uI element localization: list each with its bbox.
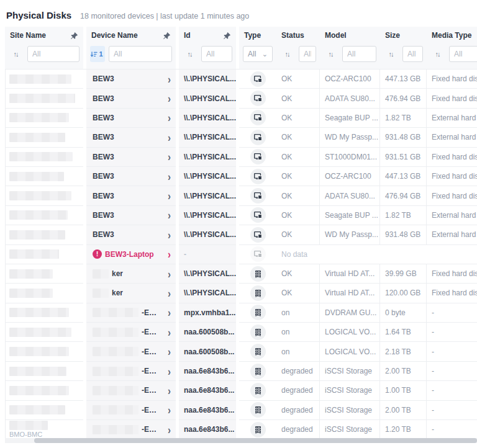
cell-device-name[interactable]: BEW3› — [86, 69, 176, 89]
cell-media-type: - — [427, 362, 477, 381]
chevron-right-icon[interactable]: › — [168, 307, 171, 318]
pin-icon[interactable] — [163, 32, 171, 40]
size-filter-input[interactable] — [402, 46, 423, 62]
cell-device-name[interactable]: BEW3› — [86, 128, 176, 147]
device-type-icon-badge — [250, 325, 266, 340]
chevron-right-icon[interactable]: › — [168, 365, 171, 377]
chevron-right-icon[interactable]: › — [168, 346, 171, 357]
cell-device-name[interactable]: -ESX01› — [86, 323, 176, 342]
chevron-right-icon[interactable]: › — [168, 73, 171, 84]
table-row[interactable]: BEW3›\\.\PHYSICAL...OKSeagate BUP ...1.8… — [5, 206, 477, 225]
id-filter-input[interactable] — [201, 46, 232, 62]
column-header-device-name[interactable]: Device Name — [86, 27, 176, 44]
table-row[interactable]: -ESX01›naa.6e843b6...degradediSCSI Stora… — [5, 381, 477, 400]
device-name-label: BEW3 — [93, 192, 114, 200]
cell-device-name[interactable]: BEW3› — [86, 206, 176, 225]
model-value: iSCSI Storage — [325, 425, 372, 434]
cell-id: \\.\PHYSICAL... — [179, 186, 236, 205]
column-header-type[interactable]: Type — [239, 27, 276, 44]
chevron-right-icon[interactable]: › — [168, 405, 171, 416]
chevron-right-icon[interactable]: › — [168, 249, 171, 260]
column-header-status[interactable]: Status — [276, 27, 320, 44]
cell-device-name[interactable]: -ESX01› — [86, 362, 176, 381]
chevron-right-icon[interactable]: › — [168, 151, 171, 163]
table-row[interactable]: BEW3›\\.\PHYSICAL...OKADATA SU80...476.9… — [5, 89, 477, 108]
table-row[interactable]: !BEW3-Laptop›-No data — [5, 245, 477, 264]
cell-device-name[interactable]: BEW3› — [86, 109, 176, 128]
server-icon — [253, 289, 263, 298]
chevron-right-icon[interactable]: › — [168, 287, 171, 298]
column-header-id[interactable]: Id — [179, 27, 236, 44]
table-row[interactable]: BEW3›\\.\PHYSICAL...OKOCZ-ARC100447.13 G… — [5, 69, 477, 89]
cell-media-type: - — [427, 342, 477, 361]
table-row[interactable]: -ESX01›naa.600508b...onLOGICAL VO...1.64… — [5, 323, 477, 342]
cell-device-name[interactable]: BEW3› — [86, 167, 176, 186]
sort-toggle-icon[interactable]: ↑↓ — [280, 46, 295, 62]
table-row[interactable]: -ESX01›naa.6e843b6...degradediSCSI Stora… — [5, 362, 477, 381]
site-name-filter-input[interactable] — [27, 46, 80, 62]
chevron-right-icon[interactable]: › — [168, 112, 171, 123]
cell-size: 931.51 GB — [380, 148, 427, 167]
chevron-right-icon[interactable]: › — [168, 268, 171, 279]
status-filter-input[interactable] — [299, 46, 316, 62]
table-row[interactable]: ker›\\.\PHYSICAL...OKVirtual HD AT...39.… — [5, 264, 477, 284]
pin-icon[interactable] — [223, 32, 231, 40]
sort-toggle-icon[interactable]: ↑↓ — [324, 46, 338, 62]
sort-toggle-icon[interactable]: ↑↓ — [430, 46, 445, 62]
cell-model: OCZ-ARC100 — [320, 167, 380, 186]
table-row[interactable]: BMO-BMC-ESX01›naa.6e843b6...degradediSCS… — [5, 420, 477, 439]
cell-device-name[interactable]: -ESX01› — [86, 303, 176, 323]
cell-device-name[interactable]: ker› — [86, 284, 176, 303]
column-header-model[interactable]: Model — [320, 27, 380, 44]
chevron-right-icon[interactable]: › — [168, 171, 171, 182]
sort-toggle-icon[interactable]: ↑↓ — [9, 46, 24, 62]
chevron-right-icon[interactable]: › — [168, 229, 171, 240]
table-row[interactable]: BEW3›\\.\PHYSICAL...OKADATA SU80...476.9… — [5, 186, 477, 205]
device-name-filter-input[interactable] — [109, 46, 172, 62]
cell-device-name[interactable]: BEW3› — [86, 186, 176, 205]
media-type-value: - — [432, 328, 434, 336]
column-header-media-type[interactable]: Media Type — [427, 27, 477, 44]
horizontal-scrollbar-thumb[interactable] — [34, 438, 477, 443]
type-filter-dropdown[interactable]: All ⌄ — [243, 46, 273, 62]
cell-device-name[interactable]: -ESX01› — [86, 401, 176, 420]
device-type-icon-badge — [250, 344, 266, 359]
table-row[interactable]: BEW3›\\.\PHYSICAL...OKWD My Passp...931.… — [5, 128, 477, 147]
media-type-value: Fixed hard disk — [432, 94, 477, 103]
cell-device-name[interactable]: -ESX01› — [86, 381, 176, 400]
cell-status: No data — [276, 245, 477, 264]
cell-device-name[interactable]: BEW3› — [86, 225, 176, 244]
chevron-right-icon[interactable]: › — [168, 93, 171, 104]
table-row[interactable]: -ESX01›naa.6e843b6...degradediSCSI Stora… — [5, 401, 477, 420]
sort-active-icon[interactable]: 1 — [90, 46, 105, 62]
column-header-site-name[interactable]: Site Name — [5, 27, 83, 44]
chevron-right-icon[interactable]: › — [168, 190, 171, 202]
table-row[interactable]: -ESX01›mpx.vmhba1...onDVDRAM GU...0 byte… — [5, 303, 477, 323]
cell-device-name[interactable]: ker› — [86, 264, 176, 284]
chevron-right-icon[interactable]: › — [168, 424, 171, 435]
chevron-right-icon[interactable]: › — [168, 385, 171, 396]
table-row[interactable]: BEW3›\\.\PHYSICAL...OKST1000DM01...931.5… — [5, 148, 477, 167]
column-header-size[interactable]: Size — [380, 27, 427, 44]
chevron-right-icon[interactable]: › — [168, 326, 171, 338]
chevron-right-icon[interactable]: › — [168, 210, 171, 221]
sort-toggle-icon[interactable]: ↑↓ — [384, 46, 399, 62]
cell-type — [239, 420, 276, 439]
table-row[interactable]: BEW3›\\.\PHYSICAL...OKOCZ-ARC100447.13 G… — [5, 167, 477, 186]
cell-device-name[interactable]: !BEW3-Laptop› — [86, 245, 176, 264]
pin-icon[interactable] — [70, 32, 78, 40]
cell-type — [239, 128, 276, 147]
cell-device-name[interactable]: BEW3› — [86, 148, 176, 167]
table-row[interactable]: ker›\\.\PHYSICAL...OKVirtual HD AT...120… — [5, 284, 477, 303]
media-type-filter-input[interactable] — [449, 46, 477, 62]
sort-toggle-icon[interactable]: ↑↓ — [183, 46, 198, 62]
model-filter-input[interactable] — [342, 46, 376, 62]
table-row[interactable]: BEW3›\\.\PHYSICAL...OKWD My Passp...931.… — [5, 225, 477, 244]
cell-status: degraded — [276, 362, 320, 381]
table-row[interactable]: -ESX01›naa.600508b...onLOGICAL VO...2.18… — [5, 342, 477, 361]
cell-device-name[interactable]: -ESX01› — [86, 342, 176, 361]
chevron-right-icon[interactable]: › — [168, 132, 171, 143]
table-row[interactable]: BEW3›\\.\PHYSICAL...OKSeagate BUP ...1.8… — [5, 109, 477, 128]
cell-device-name[interactable]: BEW3› — [86, 89, 176, 108]
cell-device-name[interactable]: -ESX01› — [86, 420, 176, 439]
